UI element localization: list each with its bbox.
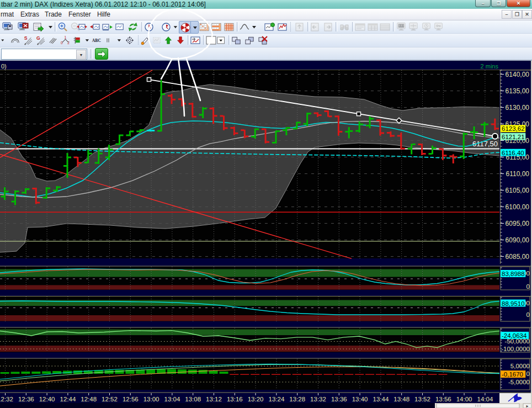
window-title: tbar 2 min) DAX (Indizes Xetra) 06.01.20… (1, 1, 206, 8)
trendline-value-tag-text: 6121,21 (502, 134, 525, 140)
trading-app-window: { "window": { "title": "tbar 2 min) DAX … (0, 0, 532, 408)
color-swatch-button[interactable] (206, 34, 217, 46)
strategy-new-button[interactable] (277, 21, 289, 33)
chart-type-dropdown-button[interactable] (190, 21, 199, 34)
delete-drawing-button[interactable] (258, 34, 269, 46)
stochastic-panel-overbought-band (0, 269, 499, 277)
gann-lines-tool-icon: G (35, 35, 46, 45)
line-style-button[interactable] (240, 21, 250, 33)
scroll-left-button[interactable] (89, 21, 100, 33)
slow-stochastic-panel-value-tag-text: 88,9510 (502, 300, 525, 307)
color-swatch-icon (206, 35, 217, 45)
scroll-right-button[interactable] (102, 21, 113, 33)
vertical-lines-tool-button[interactable] (105, 34, 112, 46)
time-axis-label: 12:48 (81, 396, 97, 402)
line-style-dropdown-button[interactable] (251, 21, 257, 33)
toolbar-separator (336, 22, 338, 31)
gann-lines-tool-button[interactable]: G (35, 34, 46, 46)
color-swatch-dropdown-button[interactable] (217, 34, 226, 46)
mdi-restore-button[interactable]: ❐ (512, 10, 522, 19)
scrollbar-arrow-icon: ▸ (526, 404, 528, 408)
data-window-icon (115, 22, 125, 32)
open-list-dropdown-button[interactable] (46, 21, 53, 33)
zoom-in-button[interactable] (57, 21, 69, 33)
flag-marker-tool-icon (73, 35, 82, 45)
open-list-button[interactable] (32, 21, 45, 33)
svg-text:2: 2 (67, 40, 70, 44)
window-close-button[interactable]: ✕ (507, 0, 530, 7)
trendline-end-marker[interactable] (492, 134, 498, 139)
indicator-new-button[interactable] (264, 21, 275, 33)
macd-histogram-bar-negative (261, 374, 270, 375)
mdi-minimize-button[interactable]: – (502, 10, 512, 19)
time-axis-label: 13:48 (393, 396, 409, 402)
price-axis-label: 6090,00 (506, 236, 530, 244)
pattern-tool-icon (152, 35, 162, 45)
signal-chart-button[interactable] (190, 34, 201, 46)
text-tool-button[interactable]: ABC (92, 34, 101, 46)
speed-lines-tool-button[interactable]: S (23, 34, 33, 46)
new-chart-button[interactable] (1, 21, 14, 33)
list-view-3-icon (380, 22, 391, 32)
combobox-dropdown-icon[interactable]: ▼ (76, 50, 86, 60)
period-dropdown-icon (172, 22, 178, 32)
toolbar-separator (352, 22, 354, 31)
macd-histogram-bar-negative (240, 374, 249, 375)
elliott-count-tool-icon: 102 (60, 35, 71, 45)
minimize-icon: – (476, 0, 490, 7)
window-minimize-button[interactable]: – (475, 0, 491, 7)
send-to-back-button[interactable] (244, 34, 255, 46)
edit-drawing-button[interactable] (140, 34, 150, 46)
menu-item-extras[interactable]: Extras (20, 10, 39, 18)
menu-item-rmat[interactable]: rmat (1, 10, 14, 18)
period-dropdown-button[interactable] (172, 21, 178, 33)
period-clock-preset-button[interactable] (161, 21, 172, 33)
menu-item-hilfe[interactable]: Hilfe (97, 10, 110, 18)
search-button (338, 21, 350, 33)
macd-histogram-bar-negative (365, 374, 374, 375)
apply-symbol-button[interactable] (95, 48, 108, 60)
vertical-lines-dropdown-button[interactable] (116, 34, 121, 46)
close-chart-button[interactable] (17, 21, 30, 33)
chart-area[interactable]: 0)2 mins6117,506140,006135,006130,006125… (0, 61, 532, 408)
reload-data-button[interactable] (127, 21, 139, 33)
symbol-combobox[interactable]: ▼ (1, 49, 87, 60)
data-window-button[interactable] (115, 21, 125, 33)
elliott-count-tool-button[interactable]: 102 (60, 34, 71, 46)
macd-histogram-bar-negative (282, 374, 291, 375)
chart-svg: 0)2 mins6117,506140,006135,006130,006125… (0, 61, 532, 408)
window-maximize-button[interactable]: ❐ (491, 0, 506, 7)
svg-text:S: S (24, 35, 28, 41)
grid-sparse-button[interactable] (199, 21, 210, 33)
arc-tool-button[interactable] (10, 34, 20, 46)
flag-marker-tool-button[interactable] (73, 34, 82, 46)
crosshair-tool-icon (125, 35, 135, 45)
price-axis-label: 6135,00 (506, 87, 530, 95)
time-axis-label: 13:20 (248, 396, 264, 402)
bring-to-front-button[interactable] (231, 34, 242, 46)
macd-histogram-bar (146, 369, 155, 374)
grid-medium-button[interactable] (211, 21, 222, 33)
menu-item-trade[interactable]: Trade (45, 10, 62, 18)
chart-type-dartboard-button[interactable] (179, 21, 191, 34)
flag-dropdown-button[interactable] (84, 34, 89, 46)
time-axis-label: 13:28 (289, 396, 305, 402)
crosshair-tool-button[interactable] (125, 34, 135, 46)
title-bar[interactable]: tbar 2 min) DAX (Indizes Xetra) 06.01.20… (0, 0, 532, 9)
grid-dense-button[interactable] (224, 21, 235, 33)
macd-histogram-bar-negative (324, 374, 333, 375)
momentum-panel-overbought-band (0, 330, 499, 336)
draw-tool-dropdown-button[interactable] (0, 34, 4, 46)
sell-arrow-button[interactable] (175, 34, 185, 46)
macd-histogram-bar (199, 370, 208, 374)
trendline-handle-square[interactable] (357, 112, 361, 116)
period-clock-button[interactable] (144, 21, 155, 33)
trendline-handle-square[interactable] (147, 78, 151, 82)
macd-panel-axis-label: 5,0000 (510, 363, 530, 369)
fit-data-button[interactable] (77, 21, 88, 33)
menu-item-fenster[interactable]: Fenster (68, 10, 91, 18)
parallel-lines-tool-button[interactable] (48, 34, 57, 46)
macd-histogram-bar-negative (313, 374, 322, 375)
buy-arrow-button[interactable] (163, 34, 173, 46)
mdi-close-button[interactable]: ✕ (522, 10, 532, 19)
